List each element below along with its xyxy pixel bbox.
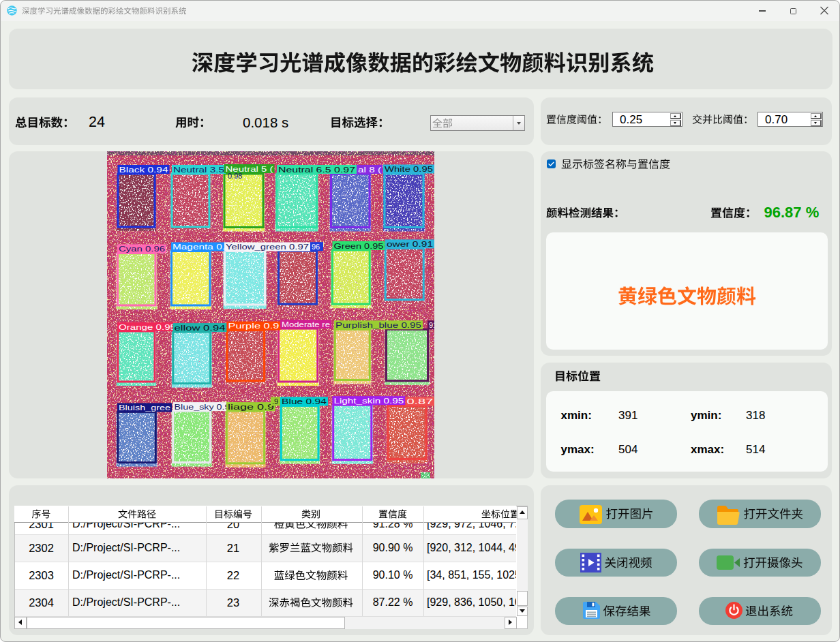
svg-text:Bluish_gree: Bluish_gree	[119, 403, 170, 412]
svg-text:Purplish_blue 0.95: Purplish_blue 0.95	[335, 321, 421, 329]
svg-text:96: 96	[312, 243, 320, 251]
svg-text:Purple 0.9: Purple 0.9	[228, 322, 280, 330]
svg-text:Green 0.95: Green 0.95	[334, 242, 384, 250]
svg-text:Cyan 0.96: Cyan 0.96	[119, 245, 165, 253]
svg-text:al 8 (: al 8 (	[358, 166, 381, 174]
svg-text:Magenta 0.: Magenta 0.	[172, 243, 225, 251]
svg-text:White 0.95: White 0.95	[385, 165, 433, 173]
svg-text:liage 0.9: liage 0.9	[228, 403, 274, 411]
svg-text:Light_skin 0.95: Light_skin 0.95	[333, 397, 404, 405]
svg-text:Yellow_green 0.97: Yellow_green 0.97	[226, 243, 309, 251]
svg-text:91: 91	[429, 321, 434, 329]
svg-text:ower 0.91: ower 0.91	[387, 240, 433, 248]
svg-text:Moderate re: Moderate re	[282, 320, 330, 328]
svg-text:Orange 0.95: Orange 0.95	[119, 323, 176, 331]
svg-text:Blue 0.94: Blue 0.94	[282, 397, 327, 406]
svg-text:ellow 0.94: ellow 0.94	[175, 324, 226, 332]
svg-text:.9: .9	[272, 397, 278, 406]
svg-text:0.87: 0.87	[406, 397, 433, 406]
svg-text:Neutral 6.5 0.97: Neutral 6.5 0.97	[278, 166, 355, 174]
svg-text:0.98: 0.98	[228, 172, 242, 180]
svg-text:Black 0.94: Black 0.94	[119, 166, 168, 174]
svg-text:Neutral 3.5: Neutral 3.5	[173, 166, 224, 174]
